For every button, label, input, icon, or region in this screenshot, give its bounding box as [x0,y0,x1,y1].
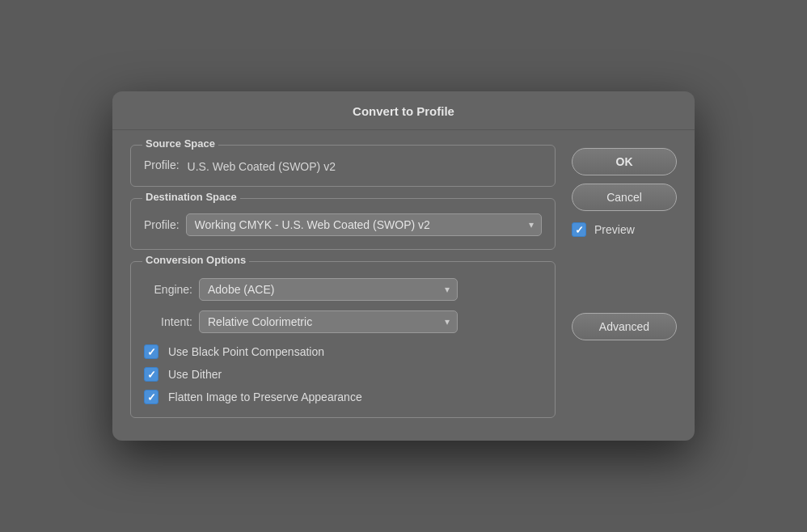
bpc-checkmark: ✓ [147,347,156,357]
source-space-label: Source Space [142,137,218,150]
preview-row: ✓ Preview [572,219,677,240]
destination-space-group: Destination Space Profile: Working CMYK … [130,198,556,250]
intent-select[interactable]: Perceptual Saturation Relative Colorimet… [199,310,458,333]
dither-checkbox[interactable]: ✓ [144,367,158,382]
preview-checkmark: ✓ [575,225,584,235]
advanced-button[interactable]: Advanced [572,313,677,340]
source-profile-label: Profile: [144,158,180,171]
bpc-checkbox[interactable]: ✓ [144,344,158,359]
ok-button[interactable]: OK [572,148,677,175]
conversion-options-group: Conversion Options Engine: Adobe (ACE) A… [130,261,556,418]
source-profile-value: U.S. Web Coated (SWOP) v2 [184,160,336,173]
destination-space-label: Destination Space [142,191,240,203]
preview-label: Preview [594,223,635,236]
cancel-button[interactable]: Cancel [572,184,677,211]
intent-row: Intent: Perceptual Saturation Relative C… [144,310,542,333]
dialog-body: Source Space Profile: U.S. Web Coated (S… [112,145,695,418]
dither-label: Use Dither [168,368,222,381]
convert-to-profile-dialog: Convert to Profile Source Space Profile:… [112,91,695,441]
engine-label: Engine: [144,283,192,296]
source-space-group: Source Space Profile: U.S. Web Coated (S… [130,145,556,187]
source-profile-row: Profile: U.S. Web Coated (SWOP) v2 [144,157,542,173]
destination-profile-select[interactable]: Working CMYK - U.S. Web Coated (SWOP) v2… [186,213,542,236]
flatten-checkmark: ✓ [147,392,156,403]
side-buttons: OK Cancel ✓ Preview Advanced [572,145,677,418]
conversion-options-content: Engine: Adobe (ACE) Apple CMM Little CMS… [144,273,542,404]
flatten-label: Flatten Image to Preserve Appearance [168,391,362,403]
engine-select-container: Adobe (ACE) Apple CMM Little CMS ▾ [199,278,458,301]
dither-checkbox-row: ✓ Use Dither [144,367,542,382]
flatten-checkbox[interactable]: ✓ [144,390,158,404]
bpc-label: Use Black Point Compensation [168,345,324,358]
flatten-checkbox-row: ✓ Flatten Image to Preserve Appearance [144,390,542,404]
destination-profile-row: Profile: Working CMYK - U.S. Web Coated … [144,213,542,236]
conversion-options-label: Conversion Options [142,254,249,266]
intent-label: Intent: [144,315,192,328]
main-content: Source Space Profile: U.S. Web Coated (S… [130,145,556,418]
bpc-checkbox-row: ✓ Use Black Point Compensation [144,344,542,359]
destination-profile-select-wrapper: Working CMYK - U.S. Web Coated (SWOP) v2… [186,213,542,236]
dialog-title: Convert to Profile [112,91,695,130]
engine-select[interactable]: Adobe (ACE) Apple CMM Little CMS [199,278,458,301]
engine-row: Engine: Adobe (ACE) Apple CMM Little CMS… [144,278,542,301]
destination-profile-label: Profile: [144,218,180,231]
preview-checkbox[interactable]: ✓ [572,222,586,237]
dither-checkmark: ✓ [147,369,156,380]
intent-select-container: Perceptual Saturation Relative Colorimet… [199,310,458,333]
